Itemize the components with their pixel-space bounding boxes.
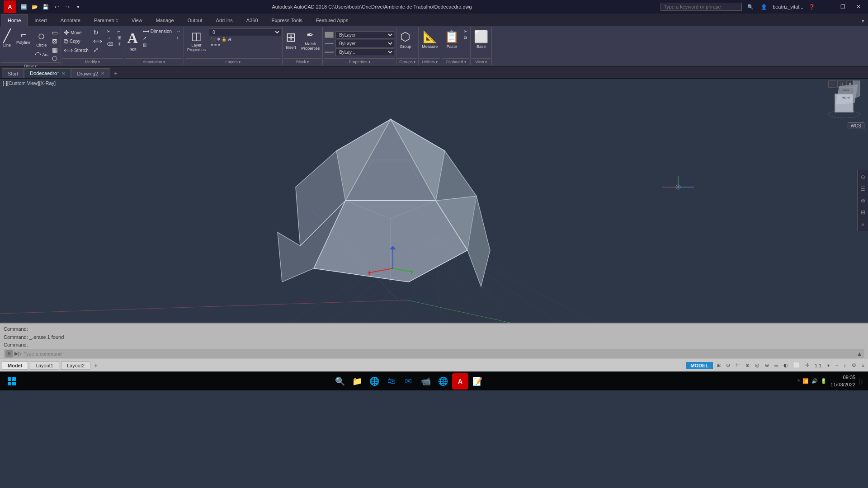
tab-manage[interactable]: Manage — [149, 14, 181, 26]
text-button[interactable]: A Text — [125, 28, 140, 53]
layout2-tab[interactable]: Layout2 — [61, 361, 90, 370]
open-file-button[interactable]: 📂 — [30, 2, 40, 12]
status-workspace-button[interactable]: ⚙ — [850, 362, 858, 369]
help-button[interactable]: ❓ — [807, 2, 817, 12]
cmd-close-button[interactable]: ✕ — [5, 350, 13, 357]
dimension-button[interactable]: ⟷ Dimension — [141, 28, 174, 34]
tray-volume[interactable]: 🔊 — [811, 378, 818, 384]
wcs-label[interactable]: WCS — [848, 122, 864, 129]
tab-home[interactable]: Home — [1, 14, 28, 26]
block-group-label[interactable]: Block ▾ — [283, 58, 321, 65]
maximize-button[interactable]: ❐ — [837, 0, 849, 14]
draw-more-button3[interactable]: ▦ — [50, 46, 60, 54]
taskbar-autocad[interactable]: A — [452, 373, 468, 389]
tab-insert[interactable]: Insert — [28, 14, 54, 26]
ann-more1[interactable]: ↔ — [175, 28, 183, 34]
color-select[interactable]: ByLayer — [335, 31, 394, 39]
doc-tab-drawing2[interactable]: Drawing2 ✕ — [71, 68, 110, 78]
status-annotscale-button[interactable]: ↕ — [842, 362, 848, 369]
right-tool-5[interactable]: ≡ — [858, 218, 868, 230]
layer-more[interactable]: ≡ ≡ ≡ — [209, 42, 281, 48]
ann-more2[interactable]: ↕ — [175, 35, 183, 41]
mirror-button[interactable]: ⟺ — [91, 37, 104, 45]
taskbar-edge[interactable]: 🌐 — [366, 373, 382, 389]
close-drawing2-icon[interactable]: ✕ — [101, 71, 104, 76]
clipboard-group-label[interactable]: Clipboard ▾ — [442, 58, 469, 65]
move-button[interactable]: ✥ Move — [62, 28, 90, 37]
status-grid-button[interactable]: ⊞ — [715, 362, 722, 369]
right-tool-2[interactable]: ☰ — [858, 183, 868, 195]
paste-button[interactable]: 📋 Paste — [442, 28, 461, 50]
polyline-button[interactable]: ⌐ Polyline — [14, 28, 33, 46]
copy-button[interactable]: ⧉ Copy — [62, 37, 90, 46]
tab-a360[interactable]: A360 — [240, 14, 265, 26]
draw-more-button4[interactable]: ⬡ — [50, 54, 60, 62]
circle-button[interactable]: ○ Circle — [34, 28, 50, 49]
search-button[interactable]: 🔍 — [745, 2, 755, 12]
close-button[interactable]: ✕ — [853, 0, 864, 14]
view-group-label[interactable]: View ▾ — [472, 58, 491, 65]
right-tool-4[interactable]: ⊞ — [858, 206, 868, 218]
leader-button[interactable]: ↗ — [141, 35, 174, 41]
arc-button[interactable]: ◠ Arc — [34, 49, 50, 60]
utilities-group-label[interactable]: Utilities ▾ — [420, 58, 440, 65]
search-input[interactable] — [660, 3, 742, 11]
base-button[interactable]: ⬜ Base — [472, 28, 491, 50]
status-ortho-button[interactable]: ⊢ — [734, 362, 742, 369]
linetype-select[interactable]: ByLayer — [335, 40, 394, 47]
taskbar-zoom[interactable]: 📹 — [418, 373, 434, 389]
status-selection-button[interactable]: ⬜ — [792, 362, 802, 369]
scale-button-status[interactable]: 1:1 — [813, 362, 823, 369]
modify-group-label[interactable]: Modify ▾ — [62, 58, 123, 65]
viewcube[interactable]: RIGHT BACK — [824, 80, 864, 121]
right-tool-3[interactable]: ⊕ — [858, 195, 868, 206]
copy-clipboard-button[interactable]: ⧉ — [462, 35, 469, 41]
properties-group-label[interactable]: Properties ▾ — [324, 58, 395, 65]
tab-annotate[interactable]: Annotate — [54, 14, 87, 26]
chamfer-button[interactable]: ⌐ — [116, 28, 123, 34]
ribbon-toggle-button[interactable]: ▾ — [858, 16, 868, 26]
erase-button[interactable]: ⌫ — [105, 41, 115, 47]
cut-button[interactable]: ✂ — [462, 28, 469, 34]
status-osnap-button[interactable]: ◎ — [753, 362, 761, 369]
new-file-button[interactable]: 🆕 — [19, 2, 29, 12]
explode-button[interactable]: ✳ — [116, 41, 123, 47]
model-tab[interactable]: Model — [2, 361, 28, 370]
table-button[interactable]: ⊞ — [141, 42, 174, 48]
tab-output[interactable]: Output — [181, 14, 209, 26]
layout1-tab[interactable]: Layout1 — [30, 361, 59, 370]
status-polar-button[interactable]: ⊛ — [744, 362, 751, 369]
layer-controls[interactable]: ⬛ ❄ 🔒 🖨 — [209, 37, 281, 42]
layers-group-label[interactable]: Layers ▾ — [185, 58, 281, 65]
tab-parametric[interactable]: Parametric — [87, 14, 125, 26]
status-ui-button[interactable]: ≡ — [860, 362, 866, 369]
taskbar-store[interactable]: 🛍 — [383, 373, 400, 389]
tab-express-tools[interactable]: Express Tools — [265, 14, 309, 26]
rotate-button[interactable]: ↻ — [91, 28, 104, 37]
clock[interactable]: 09:35 11/03/2022 — [830, 374, 855, 388]
draw-more-button2[interactable]: ⊠ — [50, 37, 60, 45]
taskbar-fileexplorer[interactable]: 📁 — [349, 373, 365, 389]
taskbar-chrome[interactable]: 🌐 — [435, 373, 451, 389]
scale-button[interactable]: ⤢ — [91, 46, 104, 54]
show-desktop-button[interactable]: | — [859, 378, 864, 385]
taskbar-mail[interactable]: ✉ — [401, 373, 417, 389]
trim-button[interactable]: ✂ — [105, 28, 115, 34]
status-zoom-out-button[interactable]: − — [834, 362, 840, 369]
command-input[interactable] — [24, 351, 854, 357]
measure-button[interactable]: 📐 Measure — [420, 28, 440, 50]
lineweight-select[interactable]: ByLay... — [335, 48, 394, 56]
minimize-button[interactable]: — — [821, 0, 833, 14]
status-otrack-button[interactable]: ⊕ — [763, 362, 771, 369]
groups-group-label[interactable]: Groups ▾ — [397, 58, 417, 65]
match-props-button[interactable]: ✒ MatchProperties — [299, 28, 321, 52]
add-tab-button[interactable]: + — [110, 68, 121, 78]
user-icon[interactable]: 👤 — [759, 2, 769, 12]
annotation-group-label[interactable]: Annotation ▾ — [125, 58, 183, 65]
doc-tab-start[interactable]: Start — [2, 68, 24, 78]
tray-wifi[interactable]: 📶 — [802, 378, 809, 384]
doc-tab-dodecaedro[interactable]: Dodecaedro* ✕ — [24, 68, 71, 78]
layer-properties-button[interactable]: ◫ LayerProperties — [185, 28, 208, 53]
qa-more-button[interactable]: ▾ — [73, 2, 83, 12]
add-layout-button[interactable]: + — [92, 362, 99, 369]
